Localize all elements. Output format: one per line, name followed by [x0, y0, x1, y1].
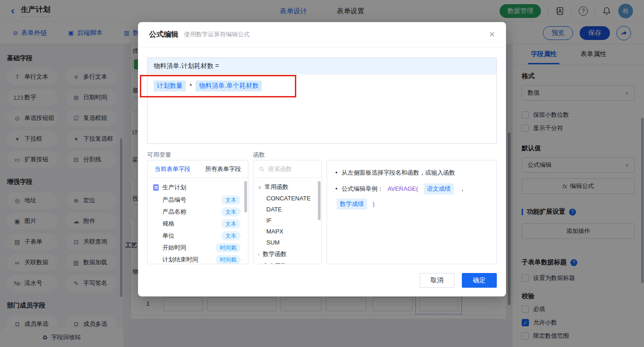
formula-edit-modal: 公式编辑 使用数学运算符编辑公式 × 物料清单.计划耗材数 = 计划数量 * 物…: [138, 22, 506, 296]
variable-name: 开始时间: [162, 244, 186, 252]
example-field-chip: 数学成绩: [337, 199, 367, 210]
formula-token-field[interactable]: 物料清单.单个耗材数: [196, 80, 262, 91]
form-doc-icon: [153, 184, 159, 191]
bullet: •: [335, 184, 338, 193]
group-label: 数学函数: [263, 250, 287, 258]
function-item[interactable]: MAPX: [253, 226, 322, 237]
bullet: •: [335, 168, 338, 177]
variable-row[interactable]: 产品名称 文本: [148, 206, 248, 218]
tips-content: • 从左侧面板选择字段名和函数，或输入函数 • 公式编辑举例： AVERAGE(…: [327, 160, 496, 223]
variable-type-tag: 文本: [221, 219, 241, 228]
modal-footer: 取消 确定: [420, 273, 497, 288]
variables-scrollbar[interactable]: [244, 181, 247, 212]
chevron-expanded-icon: ∨: [258, 185, 261, 190]
variable-row[interactable]: 产品编号 文本: [148, 194, 248, 206]
variable-type-tag: 时间戳: [216, 243, 241, 252]
formula-expression[interactable]: 计划数量 * 物料清单.单个耗材数: [148, 74, 496, 97]
variables-tree: 生产计划 产品编号 文本 产品名称 文本 规格 文本: [148, 178, 248, 264]
tip-text: 公式编辑举例：: [342, 184, 384, 193]
variable-name: 产品名称: [162, 208, 186, 216]
tip-example: • 公式编辑举例： AVERAGE( 语文成绩 ， 数学成绩 ): [335, 183, 488, 210]
modal-header: 公式编辑 使用数学运算符编辑公式 ×: [138, 22, 506, 47]
tips-panel: • 从左侧面板选择字段名和函数，或输入函数 • 公式编辑举例： AVERAGE(…: [327, 160, 497, 264]
variable-type-tag: 时间戳: [216, 255, 241, 264]
group-label: 常用函数: [264, 183, 288, 191]
example-field-chip: 语文成绩: [424, 183, 454, 194]
cancel-button[interactable]: 取消: [420, 273, 454, 288]
tab-current-form-fields[interactable]: 当前表单字段: [155, 165, 190, 173]
function-search-input[interactable]: [268, 165, 316, 172]
functions-section-label: 函数: [253, 151, 265, 159]
modal-title: 公式编辑: [149, 30, 178, 40]
variable-name: 产品编号: [162, 196, 186, 204]
variables-panel: 当前表单字段 所有表单字段 生产计划 产品编号 文本 产品名称 文本: [147, 160, 248, 264]
function-group-math[interactable]: › 数学函数: [253, 248, 322, 260]
variables-root-node[interactable]: 生产计划: [148, 181, 248, 194]
function-item[interactable]: DATE: [253, 204, 322, 215]
example-fn-open: AVERAGE(: [388, 184, 418, 193]
close-icon[interactable]: ×: [489, 29, 495, 40]
variable-name: 单位: [162, 232, 174, 240]
function-item[interactable]: IF: [253, 215, 322, 226]
example-fn-close: ): [373, 199, 374, 209]
chevron-collapsed-icon: ›: [258, 264, 259, 265]
variable-type-tag: 文本: [221, 195, 241, 205]
modal-subtitle: 使用数学运算符编辑公式: [184, 30, 250, 39]
variable-name: 计划结束时间: [162, 256, 198, 264]
function-group-text[interactable]: › 文本函数: [253, 260, 322, 264]
variables-list: 产品编号 文本 产品名称 文本 规格 文本 单位: [148, 194, 248, 264]
tab-all-form-fields[interactable]: 所有表单字段: [205, 165, 241, 173]
variable-row[interactable]: 计划结束时间 时间戳: [148, 254, 248, 264]
variable-name: 规格: [162, 220, 174, 228]
variable-row[interactable]: 规格 文本: [148, 218, 248, 230]
tip-line: • 从左侧面板选择字段名和函数，或输入函数: [335, 168, 488, 177]
variable-row[interactable]: 开始时间 时间戳: [148, 242, 248, 254]
formula-editor[interactable]: 物料清单.计划耗材数 = 计划数量 * 物料清单.单个耗材数: [147, 57, 497, 144]
tip-text: 从左侧面板选择字段名和函数，或输入函数: [342, 168, 455, 177]
root-label: 生产计划: [162, 183, 186, 192]
variables-tabs: 当前表单字段 所有表单字段: [148, 160, 248, 178]
group-label: 文本函数: [263, 262, 287, 264]
search-icon: [259, 166, 264, 172]
function-group-common[interactable]: ∨ 常用函数: [253, 181, 322, 193]
confirm-button[interactable]: 确定: [462, 273, 497, 288]
functions-tree: ∨ 常用函数 CONCATENATE DATE IF MAPX SUM › 数学…: [253, 178, 322, 264]
function-search[interactable]: [253, 160, 322, 178]
chevron-collapsed-icon: ›: [258, 252, 259, 257]
function-list: CONCATENATE DATE IF MAPX SUM: [253, 193, 322, 248]
formula-operator: *: [190, 82, 192, 90]
functions-panel: ∨ 常用函数 CONCATENATE DATE IF MAPX SUM › 数学…: [253, 160, 322, 264]
variable-row[interactable]: 单位 文本: [148, 230, 248, 242]
variables-section-label: 可用变量: [147, 151, 171, 159]
variable-type-tag: 文本: [221, 207, 241, 216]
formula-target: 物料清单.计划耗材数 =: [148, 58, 496, 74]
functions-scrollbar[interactable]: [318, 181, 321, 220]
example-comma: ，: [460, 184, 466, 193]
function-item[interactable]: SUM: [253, 237, 322, 248]
formula-token-field[interactable]: 计划数量: [154, 80, 186, 91]
function-item[interactable]: CONCATENATE: [253, 193, 322, 204]
variable-type-tag: 文本: [221, 231, 241, 240]
